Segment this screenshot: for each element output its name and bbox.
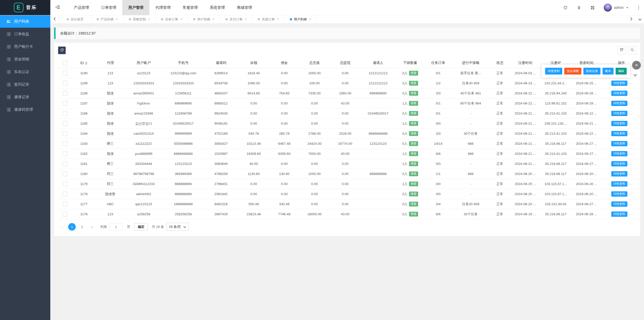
- row-checkbox[interactable]: [63, 202, 67, 206]
- popup-button-4[interactable]: 编辑: [616, 68, 627, 75]
- sidebar-item-5[interactable]: 签到记录: [0, 78, 50, 91]
- detail-button[interactable]: 详情资料: [611, 151, 627, 156]
- more-actions[interactable]: ...: [628, 172, 632, 175]
- close-icon[interactable]: ✕: [180, 18, 182, 21]
- detail-button[interactable]: 详情资料: [611, 101, 627, 106]
- detail-button[interactable]: 详情资料: [611, 171, 627, 176]
- tabs-menu-button[interactable]: [635, 15, 644, 23]
- popup-button-0[interactable]: 详情资料: [545, 68, 562, 75]
- column-header-8[interactable]: 总提现: [330, 58, 360, 68]
- row-checkbox[interactable]: [63, 171, 67, 176]
- tab-1[interactable]: 产品列表✕: [91, 15, 124, 23]
- sidebar-item-4[interactable]: 实名认证: [0, 65, 50, 78]
- view-subordinates-button[interactable]: 查看: [409, 202, 418, 206]
- more-actions[interactable]: ...: [628, 131, 632, 135]
- tab-0[interactable]: 后台首页: [59, 15, 91, 23]
- row-checkbox[interactable]: [63, 71, 67, 76]
- tab-4[interactable]: 用户策略✕: [188, 15, 220, 23]
- view-subordinates-button[interactable]: 查看: [409, 81, 418, 86]
- more-actions[interactable]: ...: [628, 81, 632, 85]
- view-subordinates-button[interactable]: 查看: [409, 212, 418, 217]
- popup-caret-icon[interactable]: [633, 74, 637, 77]
- popup-button-1[interactable]: 资金调整: [564, 68, 581, 75]
- view-subordinates-button[interactable]: 查看: [409, 151, 418, 156]
- detail-button[interactable]: 详情资料: [611, 211, 627, 217]
- column-header-14[interactable]: 注册时间: [510, 58, 540, 68]
- tab-3[interactable]: 任务订单✕: [156, 15, 188, 23]
- view-subordinates-button[interactable]: 查看: [409, 161, 418, 166]
- detail-button[interactable]: 详情资料: [611, 161, 627, 166]
- tab-2[interactable]: 策略定制✕: [124, 15, 156, 23]
- popup-button-2[interactable]: 派发任务: [583, 68, 600, 75]
- nav-item-4[interactable]: 常规管理: [177, 0, 204, 15]
- tabs-scroll-left-button[interactable]: [50, 15, 59, 23]
- tab-6[interactable]: 充值订单✕: [252, 15, 285, 23]
- detail-button[interactable]: 详情资料: [611, 181, 627, 187]
- more-actions[interactable]: ...: [628, 182, 632, 186]
- row-checkbox[interactable]: [63, 141, 67, 146]
- sidebar-item-1[interactable]: 订单收益: [0, 28, 50, 40]
- more-actions[interactable]: ...: [628, 141, 632, 145]
- close-icon[interactable]: ✕: [309, 18, 311, 21]
- view-subordinates-button[interactable]: 查看: [409, 71, 418, 76]
- column-header-13[interactable]: 状态: [490, 58, 510, 68]
- more-actions[interactable]: ...: [628, 162, 632, 165]
- row-checkbox[interactable]: [63, 111, 67, 116]
- view-subordinates-button[interactable]: 查看: [409, 131, 418, 136]
- row-checkbox[interactable]: [63, 212, 67, 217]
- column-header-1[interactable]: 代理: [96, 58, 125, 68]
- row-checkbox[interactable]: [63, 151, 67, 156]
- next-page-button[interactable]: ›: [88, 223, 96, 231]
- column-header-10[interactable]: 下级数量: [396, 58, 425, 68]
- view-subordinates-button[interactable]: 查看: [409, 171, 418, 176]
- popup-button-3[interactable]: 账本: [602, 68, 614, 75]
- sidebar-item-3[interactable]: 资金明细: [0, 53, 50, 65]
- trash-icon[interactable]: [577, 5, 582, 10]
- sidebar-item-2[interactable]: 用户银行卡: [0, 40, 50, 53]
- row-checkbox[interactable]: [63, 192, 67, 196]
- column-header-0[interactable]: ID: [72, 58, 96, 68]
- nav-item-3[interactable]: 代理管理: [149, 0, 177, 15]
- page-size-select[interactable]: 15 条/页: [167, 223, 189, 231]
- close-icon[interactable]: ✕: [148, 18, 150, 21]
- tab-7[interactable]: 用户列表✕: [285, 15, 317, 23]
- row-checkbox[interactable]: [63, 101, 67, 106]
- column-header-5[interactable]: 余额: [238, 58, 269, 68]
- close-icon[interactable]: ✕: [116, 18, 118, 21]
- row-checkbox[interactable]: [63, 81, 67, 86]
- view-subordinates-button[interactable]: 查看: [409, 121, 418, 126]
- row-checkbox[interactable]: [63, 121, 67, 126]
- refresh-icon[interactable]: [563, 5, 568, 10]
- select-all-checkbox[interactable]: [63, 61, 67, 65]
- table-refresh-button[interactable]: [58, 47, 66, 54]
- user-menu[interactable]: admin: [604, 4, 629, 12]
- view-subordinates-button[interactable]: 查看: [409, 182, 418, 186]
- column-header-7[interactable]: 总充值: [299, 58, 330, 68]
- column-header-3[interactable]: 手机号: [163, 58, 204, 68]
- close-icon[interactable]: ✕: [212, 18, 215, 21]
- more-actions[interactable]: ...: [628, 101, 632, 105]
- confirm-jump-button[interactable]: 确定: [134, 223, 148, 231]
- row-checkbox[interactable]: [63, 91, 67, 96]
- view-subordinates-button[interactable]: 查看: [409, 91, 418, 96]
- view-subordinates-button[interactable]: 查看: [409, 141, 418, 146]
- view-subordinates-button[interactable]: 查看: [409, 111, 418, 116]
- close-icon[interactable]: ✕: [245, 18, 247, 21]
- more-actions[interactable]: ...: [628, 111, 632, 115]
- sidebar-item-6[interactable]: 邀请记录: [0, 91, 50, 103]
- tabs-scroll-right-button[interactable]: [627, 15, 635, 23]
- nav-item-0[interactable]: 产品管理: [68, 0, 95, 15]
- column-header-9[interactable]: 邀请人: [360, 58, 396, 68]
- more-actions[interactable]: ...: [628, 202, 632, 206]
- detail-button[interactable]: 详情资料: [611, 91, 627, 96]
- detail-button[interactable]: 详情资料: [611, 201, 627, 207]
- tab-5[interactable]: 支付订单✕: [220, 15, 252, 23]
- close-icon[interactable]: ✕: [632, 61, 641, 69]
- sort-icon[interactable]: [85, 61, 88, 65]
- view-subordinates-button[interactable]: 查看: [409, 192, 418, 196]
- more-actions[interactable]: ...: [628, 121, 632, 125]
- column-header-4[interactable]: 邀请码: [204, 58, 238, 68]
- more-actions[interactable]: ...: [628, 212, 632, 216]
- collapse-sidebar-button[interactable]: [50, 0, 65, 15]
- sidebar-item-0[interactable]: 用户列表: [0, 15, 50, 28]
